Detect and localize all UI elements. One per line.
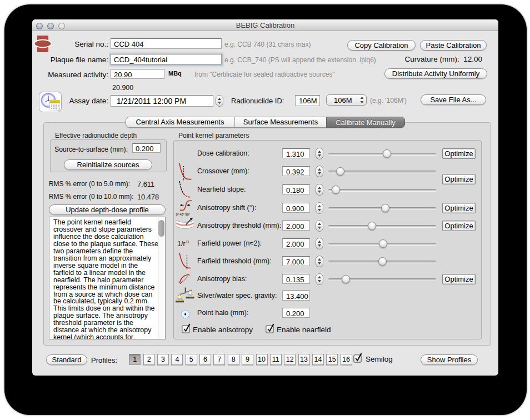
svg-text:n: n <box>186 238 189 244</box>
svg-text:0° 45° 90°: 0° 45° 90° <box>176 213 191 216</box>
svg-text:106M: 106M <box>334 96 352 104</box>
svg-text:1/r: 1/r <box>177 240 186 248</box>
